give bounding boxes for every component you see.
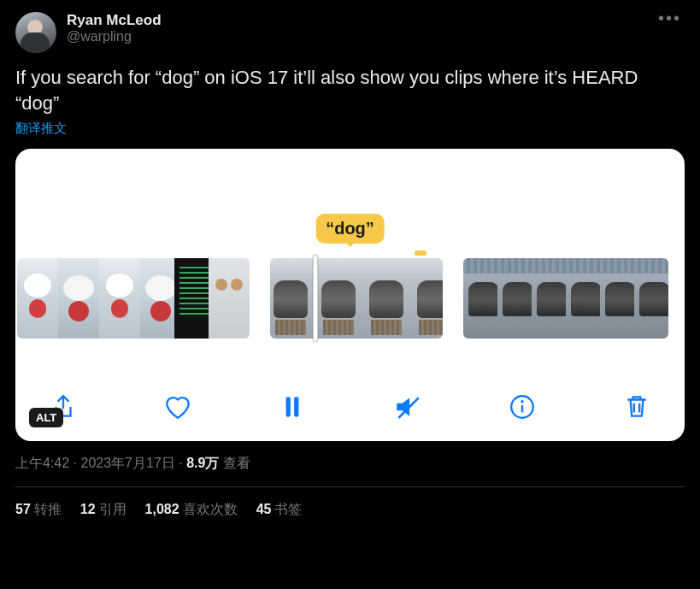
video-frame [318, 258, 366, 339]
video-frame [99, 258, 140, 339]
alt-badge[interactable]: ALT [29, 408, 63, 427]
video-frame [532, 258, 566, 339]
timeline-strip[interactable] [15, 258, 685, 339]
tweet-header: Ryan McLeod @warpling ••• [15, 12, 685, 53]
video-frame [140, 258, 174, 339]
svg-rect-0 [286, 398, 291, 417]
video-frame [270, 258, 318, 339]
video-frame [497, 258, 532, 339]
svg-point-4 [521, 400, 523, 403]
playhead[interactable] [313, 255, 318, 342]
display-name: Ryan McLeod [67, 12, 644, 29]
media-toolbar [15, 390, 685, 424]
views-label: 查看 [219, 456, 250, 470]
svg-rect-1 [295, 398, 299, 417]
video-frame [600, 258, 634, 339]
video-frame [209, 258, 250, 339]
views-count: 8.9万 [186, 456, 219, 470]
tweet-meta: 上午4:42 · 2023年7月17日 · 8.9万 查看 [15, 455, 685, 473]
video-frame [174, 258, 209, 339]
retweets-stat[interactable]: 57转推 [15, 501, 62, 519]
tweet-text: If you search for “dog” on iOS 17 it’ll … [15, 65, 685, 115]
translate-link[interactable]: 翻译推文 [15, 121, 685, 137]
video-frame [566, 258, 600, 339]
video-frame [58, 258, 99, 339]
bookmarks-stat[interactable]: 45书签 [256, 501, 303, 519]
mute-icon[interactable] [391, 390, 425, 424]
more-icon[interactable]: ••• [655, 12, 685, 24]
clip-group[interactable] [17, 258, 250, 339]
video-frame [634, 258, 668, 339]
tweet-stats: 57转推 12引用 1,082喜欢次数 45书签 [15, 487, 685, 519]
pause-icon[interactable] [275, 390, 309, 424]
tweet: Ryan McLeod @warpling ••• If you search … [0, 0, 700, 527]
trash-icon[interactable] [620, 390, 654, 424]
author-names[interactable]: Ryan McLeod @warpling [67, 12, 644, 44]
heart-icon[interactable] [161, 390, 195, 424]
likes-stat[interactable]: 1,082喜欢次数 [145, 501, 238, 519]
tweet-date[interactable]: 2023年7月17日 [80, 456, 174, 470]
clip-group[interactable] [270, 258, 443, 339]
quotes-stat[interactable]: 12引用 [80, 501, 126, 519]
video-frame [414, 258, 443, 339]
info-icon[interactable] [505, 390, 539, 424]
clip-group[interactable] [463, 258, 668, 339]
media-card[interactable]: “dog” [15, 149, 685, 441]
video-frame [366, 258, 414, 339]
audio-marker [415, 250, 426, 256]
avatar[interactable] [15, 12, 56, 53]
video-frame [463, 258, 497, 339]
video-frame [17, 258, 58, 339]
tweet-time[interactable]: 上午4:42 [15, 456, 69, 470]
handle: @warpling [67, 29, 644, 44]
search-tooltip: “dog” [315, 214, 385, 244]
